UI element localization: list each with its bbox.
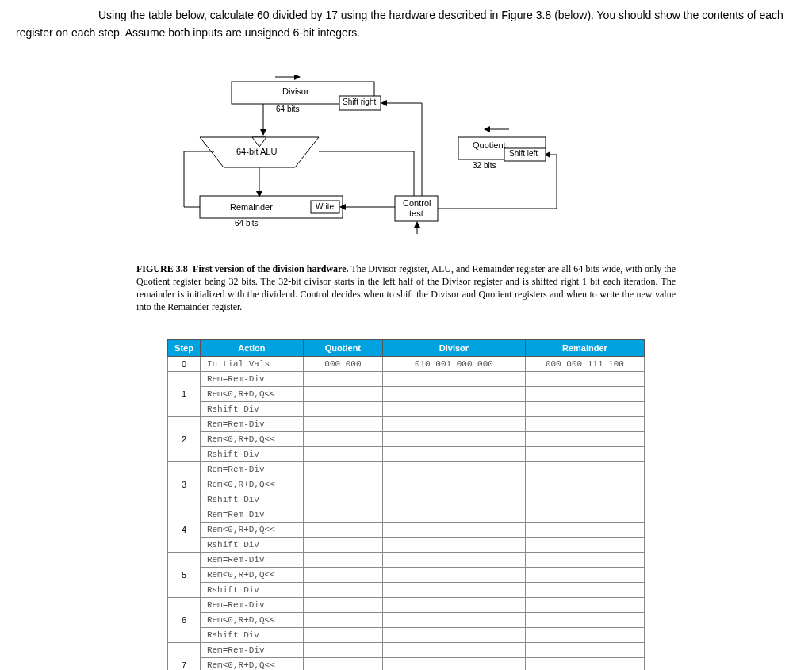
cell-action: Rshift Div	[200, 401, 303, 416]
table-row: 3Rem=Rem-Div	[168, 461, 645, 477]
cell-remainder	[525, 431, 644, 446]
divisor-label: Divisor	[282, 86, 309, 96]
cell-quotient	[303, 522, 382, 537]
table-row: Rem<0,R+D,Q<<	[168, 477, 645, 492]
cell-quotient	[303, 507, 382, 522]
cell-step: 6	[168, 597, 201, 642]
cell-action: Rem=Rem-Div	[200, 552, 303, 567]
svg-marker-4	[260, 129, 266, 136]
cell-remainder	[525, 386, 644, 401]
cell-remainder	[525, 582, 644, 597]
cell-action: Rem<0,R+D,Q<<	[200, 612, 303, 627]
table-row: 5Rem=Rem-Div	[168, 552, 645, 567]
cell-quotient	[303, 597, 382, 612]
cell-divisor	[382, 567, 525, 582]
cell-action: Rem<0,R+D,Q<<	[200, 386, 303, 401]
prompt-line2: register on each step. Assume both input…	[16, 24, 796, 41]
svg-marker-32	[484, 126, 490, 132]
cell-quotient	[303, 612, 382, 627]
cell-action: Rem<0,R+D,Q<<	[200, 657, 303, 670]
cell-divisor: 010 001 000 000	[382, 356, 525, 371]
cell-action: Rem=Rem-Div	[200, 597, 303, 612]
cell-divisor	[382, 657, 525, 670]
cell-divisor	[382, 446, 525, 461]
cell-divisor	[382, 552, 525, 567]
col-step: Step	[168, 339, 201, 356]
cell-remainder	[525, 522, 644, 537]
cell-quotient	[303, 416, 382, 431]
cell-remainder: 000 000 111 100	[525, 356, 644, 371]
problem-prompt: Using the table below, calculate 60 divi…	[0, 0, 812, 45]
cell-remainder	[525, 446, 644, 461]
cell-quotient	[303, 401, 382, 416]
table-row: Rshift Div	[168, 537, 645, 552]
col-divisor: Divisor	[382, 339, 525, 356]
table-row: Rshift Div	[168, 582, 645, 597]
cell-step: 7	[168, 642, 201, 670]
cell-remainder	[525, 492, 644, 507]
col-remainder: Remainder	[525, 339, 644, 356]
cell-remainder	[525, 552, 644, 567]
figure-3-8-diagram: Divisor Shift right 64 bits 64-bit ALU R…	[136, 75, 676, 258]
cell-remainder	[525, 477, 644, 492]
alu-label: 64-bit ALU	[236, 147, 277, 156]
cell-quotient	[303, 477, 382, 492]
cell-step: 1	[168, 371, 201, 416]
cell-action: Initial Vals	[200, 356, 303, 371]
remainder-bits-label: 64 bits	[235, 219, 258, 228]
cell-step: 3	[168, 461, 201, 507]
cell-divisor	[382, 492, 525, 507]
cell-quotient	[303, 386, 382, 401]
cell-step: 5	[168, 552, 201, 597]
table-row: 7Rem=Rem-Div	[168, 642, 645, 657]
cell-action: Rshift Div	[200, 446, 303, 461]
cell-quotient	[303, 431, 382, 446]
table-row: 0Initial Vals000 000010 001 000 000000 0…	[168, 356, 645, 371]
cell-action: Rem=Rem-Div	[200, 507, 303, 522]
cell-remainder	[525, 401, 644, 416]
cell-quotient: 000 000	[303, 356, 382, 371]
table-row: Rem<0,R+D,Q<<	[168, 612, 645, 627]
cell-quotient	[303, 582, 382, 597]
cell-remainder	[525, 612, 644, 627]
table-row: Rem<0,R+D,Q<<	[168, 522, 645, 537]
cell-divisor	[382, 627, 525, 642]
figure-caption: FIGURE 3.8 First version of the division…	[136, 262, 676, 314]
write-label: Write	[316, 202, 334, 211]
table-row: Rem<0,R+D,Q<<	[168, 567, 645, 582]
cell-remainder	[525, 371, 644, 386]
table-row: Rem<0,R+D,Q<<	[168, 431, 645, 446]
cell-action: Rem=Rem-Div	[200, 371, 303, 386]
table-row: 2Rem=Rem-Div	[168, 416, 645, 431]
cell-quotient	[303, 642, 382, 657]
cell-action: Rem=Rem-Div	[200, 461, 303, 477]
cell-quotient	[303, 627, 382, 642]
table-row: 6Rem=Rem-Div	[168, 597, 645, 612]
cell-divisor	[382, 507, 525, 522]
remainder-label: Remainder	[230, 202, 273, 212]
cell-divisor	[382, 416, 525, 431]
cell-quotient	[303, 446, 382, 461]
cell-divisor	[382, 386, 525, 401]
cell-divisor	[382, 582, 525, 597]
cell-action: Rshift Div	[200, 627, 303, 642]
cell-remainder	[525, 416, 644, 431]
cell-action: Rem<0,R+D,Q<<	[200, 431, 303, 446]
cell-remainder	[525, 537, 644, 552]
cell-divisor	[382, 461, 525, 477]
control-label-1: Control	[403, 198, 431, 208]
cell-divisor	[382, 401, 525, 416]
table-row: Rem<0,R+D,Q<<	[168, 657, 645, 670]
cell-remainder	[525, 657, 644, 670]
col-quotient: Quotient	[303, 339, 382, 356]
cell-quotient	[303, 657, 382, 670]
svg-marker-24	[381, 100, 387, 106]
cell-action: Rem<0,R+D,Q<<	[200, 567, 303, 582]
cell-action: Rem=Rem-Div	[200, 642, 303, 657]
svg-marker-6	[294, 75, 301, 80]
cell-remainder	[525, 642, 644, 657]
table-row: Rshift Div	[168, 401, 645, 416]
cell-divisor	[382, 597, 525, 612]
table-row: Rem<0,R+D,Q<<	[168, 386, 645, 401]
caption-bold: First version of the division hardware.	[193, 263, 348, 274]
